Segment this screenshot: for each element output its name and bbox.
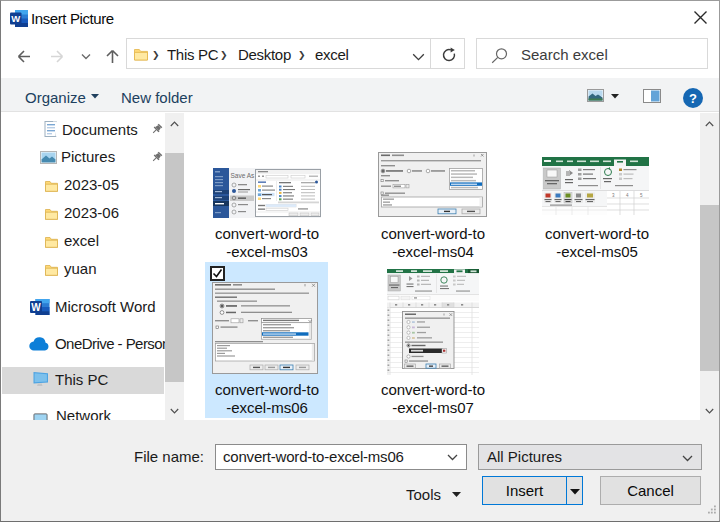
svg-text:Save As: Save As [231, 172, 256, 179]
svg-text:W: W [31, 302, 41, 313]
svg-text:?: ? [689, 91, 697, 106]
svg-text:W: W [11, 13, 20, 24]
